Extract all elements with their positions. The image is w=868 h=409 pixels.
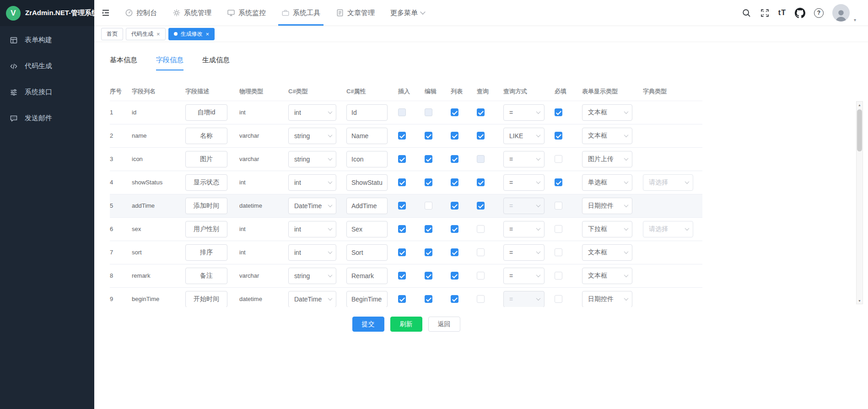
- cs-property-input[interactable]: [346, 104, 388, 121]
- display-type-select[interactable]: 文本框: [582, 268, 632, 284]
- scroll-up-icon[interactable]: ▲: [858, 102, 861, 108]
- query-method-select[interactable]: =: [503, 198, 545, 214]
- tab-gen-info[interactable]: 生成信息: [202, 56, 230, 70]
- display-type-select[interactable]: 文本框: [582, 244, 632, 261]
- display-type-select[interactable]: 文本框: [582, 104, 632, 121]
- tab-basic-info[interactable]: 基本信息: [110, 56, 137, 70]
- field-desc-input[interactable]: [185, 151, 227, 167]
- display-type-select[interactable]: 日期控件: [582, 198, 632, 214]
- insert-checkbox[interactable]: [398, 202, 406, 210]
- cs-property-input[interactable]: [346, 244, 388, 261]
- cs-property-input[interactable]: [346, 151, 388, 167]
- insert-checkbox[interactable]: [398, 225, 406, 233]
- edit-checkbox[interactable]: [425, 248, 432, 256]
- close-icon[interactable]: ×: [206, 31, 210, 37]
- help-button[interactable]: ?: [814, 8, 824, 18]
- cs-property-input[interactable]: [346, 268, 388, 284]
- display-type-select[interactable]: 单选框: [582, 174, 632, 191]
- cs-type-select[interactable]: int: [288, 244, 336, 261]
- logo[interactable]: V ZrAdmin.NET-管理系统: [0, 0, 94, 26]
- insert-checkbox[interactable]: [398, 272, 406, 280]
- sidebar-item-code-gen[interactable]: 代码生成: [0, 53, 94, 79]
- insert-checkbox[interactable]: [398, 178, 406, 186]
- nav-item-system-tools[interactable]: 系统工具: [274, 0, 328, 26]
- chevron-down-icon[interactable]: ▾: [854, 17, 856, 22]
- sidebar-item-form-build[interactable]: 表单构建: [0, 27, 94, 53]
- edit-checkbox[interactable]: [425, 202, 432, 210]
- list-checkbox[interactable]: [451, 178, 458, 186]
- refresh-button[interactable]: 刷新: [390, 317, 422, 332]
- sidebar-item-mail[interactable]: 发送邮件: [0, 105, 94, 131]
- required-checkbox[interactable]: [555, 225, 562, 233]
- dict-type-select[interactable]: 请选择: [643, 174, 693, 191]
- cs-type-select[interactable]: string: [288, 268, 336, 284]
- nav-item-system-monitor[interactable]: 系统监控: [219, 0, 274, 26]
- required-checkbox[interactable]: [555, 108, 562, 116]
- github-button[interactable]: [795, 8, 805, 18]
- sidebar-item-api[interactable]: 系统接口: [0, 79, 94, 105]
- query-method-select[interactable]: =: [503, 174, 545, 191]
- insert-checkbox[interactable]: [398, 248, 406, 256]
- query-method-select[interactable]: =: [503, 244, 545, 261]
- edit-checkbox[interactable]: [425, 272, 432, 280]
- list-checkbox[interactable]: [451, 272, 458, 280]
- query-method-select[interactable]: LIKE: [503, 128, 545, 144]
- list-checkbox[interactable]: [451, 108, 458, 116]
- required-checkbox[interactable]: [555, 202, 562, 210]
- cs-property-input[interactable]: [346, 198, 388, 214]
- cs-type-select[interactable]: DateTime: [288, 291, 336, 307]
- edit-checkbox[interactable]: [425, 132, 432, 140]
- edit-checkbox[interactable]: [425, 155, 432, 163]
- edit-checkbox[interactable]: [425, 295, 432, 303]
- query-checkbox[interactable]: [477, 202, 485, 210]
- query-checkbox[interactable]: [477, 178, 485, 186]
- query-checkbox[interactable]: [477, 155, 485, 163]
- scrollbar-thumb[interactable]: [857, 109, 862, 151]
- query-method-select[interactable]: =: [503, 221, 545, 237]
- required-checkbox[interactable]: [555, 295, 562, 303]
- search-button[interactable]: [742, 8, 751, 18]
- close-icon[interactable]: ×: [156, 31, 160, 37]
- dict-type-select[interactable]: 请选择: [643, 221, 693, 237]
- field-desc-input[interactable]: [185, 198, 227, 214]
- field-desc-input[interactable]: [185, 244, 227, 261]
- cs-type-select[interactable]: string: [288, 151, 336, 167]
- cs-type-select[interactable]: int: [288, 174, 336, 191]
- edit-checkbox[interactable]: [425, 108, 432, 116]
- list-checkbox[interactable]: [451, 132, 458, 140]
- display-type-select[interactable]: 图片上传: [582, 151, 632, 167]
- query-method-select[interactable]: =: [503, 268, 545, 284]
- required-checkbox[interactable]: [555, 178, 562, 186]
- nav-item-article-manage[interactable]: 文章管理: [328, 0, 383, 26]
- query-checkbox[interactable]: [477, 108, 485, 116]
- query-checkbox[interactable]: [477, 132, 485, 140]
- required-checkbox[interactable]: [555, 155, 562, 163]
- field-desc-input[interactable]: [185, 104, 227, 121]
- cs-type-select[interactable]: int: [288, 221, 336, 237]
- query-checkbox[interactable]: [477, 248, 485, 256]
- fullscreen-button[interactable]: [760, 8, 770, 18]
- collapse-menu-button[interactable]: [94, 0, 117, 26]
- query-checkbox[interactable]: [477, 225, 485, 233]
- font-size-icon[interactable]: tT: [778, 9, 786, 17]
- vertical-scrollbar[interactable]: ▲ ▼: [856, 101, 863, 304]
- query-checkbox[interactable]: [477, 295, 485, 303]
- insert-checkbox[interactable]: [398, 108, 406, 116]
- cs-type-select[interactable]: string: [288, 128, 336, 144]
- field-desc-input[interactable]: [185, 221, 227, 237]
- scroll-down-icon[interactable]: ▼: [858, 297, 861, 304]
- list-checkbox[interactable]: [451, 155, 458, 163]
- back-button[interactable]: 返回: [428, 317, 460, 332]
- scrollbar-track[interactable]: [857, 108, 863, 297]
- field-desc-input[interactable]: [185, 291, 227, 307]
- query-method-select[interactable]: =: [503, 291, 545, 307]
- display-type-select[interactable]: 文本框: [582, 128, 632, 144]
- required-checkbox[interactable]: [555, 132, 562, 140]
- cs-property-input[interactable]: [346, 291, 388, 307]
- tag-gen-edit[interactable]: 生成修改 ×: [168, 28, 215, 40]
- edit-checkbox[interactable]: [425, 178, 432, 186]
- field-desc-input[interactable]: [185, 128, 227, 144]
- tag-home[interactable]: 首页: [101, 28, 123, 40]
- submit-button[interactable]: 提交: [352, 317, 384, 332]
- field-desc-input[interactable]: [185, 268, 227, 284]
